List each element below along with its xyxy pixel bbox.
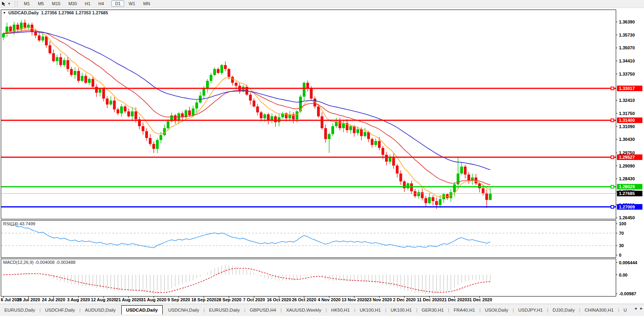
- price-tick-label: 1.28430: [619, 176, 635, 181]
- timeframe-button-m30[interactable]: M30: [65, 0, 80, 7]
- tab-usdcnh-daily[interactable]: USDCNH,Daily: [164, 305, 204, 314]
- chart-ohlc-values: 1.27356 1.27966 1.27353 1.27685: [41, 10, 108, 15]
- chart-area[interactable]: 1.363901.357301.350701.344101.337501.324…: [0, 8, 644, 304]
- date-tick-label: 23 Nov 2020: [367, 297, 392, 302]
- toolbar-grip-handle[interactable]: [15, 1, 18, 7]
- tab-usoil-daily[interactable]: USOil,Daily: [481, 305, 513, 314]
- mt4-window: ▼ M1M5M15M30H1H4D1W1MN 1.363901.357301.3…: [0, 0, 644, 316]
- price-tick-label: 1.35730: [619, 33, 635, 37]
- price-tick-label: 1.30430: [619, 137, 635, 142]
- timeframe-button-h4[interactable]: H4: [95, 0, 107, 7]
- current-price-badge-label: 1.27685: [619, 191, 635, 196]
- price-chart-canvas[interactable]: 1.363901.357301.350701.344101.337501.324…: [0, 8, 644, 304]
- tab-uk100-h1[interactable]: UK100,H1: [355, 305, 385, 314]
- date-tick-label: 26 Oct 2020: [292, 297, 316, 302]
- tab-dj30-daily[interactable]: DJ30,Daily: [548, 305, 579, 314]
- date-tick-label: 21 Dec 2020: [442, 297, 467, 302]
- rsi-indicator-label: RSI(14) 43.7499: [3, 221, 35, 226]
- date-tick-label: 16 Oct 2020: [267, 297, 291, 302]
- timeframe-button-w1[interactable]: W1: [125, 0, 139, 7]
- rsi-tick-label: 100: [619, 221, 626, 226]
- tab-gbpusd-h4[interactable]: GBPUSD,H4: [245, 305, 280, 314]
- cursor-tool-icon[interactable]: [1, 1, 6, 6]
- tab-ger30-h1[interactable]: GER30,H1: [417, 305, 448, 314]
- date-tick-label: 11 Dec 2020: [417, 297, 442, 302]
- timeframe-button-m5[interactable]: M5: [34, 0, 47, 7]
- hline-handle[interactable]: [611, 205, 614, 208]
- chart-symbol-label: USDCAD,Daily: [8, 10, 39, 15]
- macd-tick-label: 0.00: [619, 273, 627, 277]
- date-tick-label: 4 Nov 2020: [318, 297, 340, 302]
- tab-audusd-daily[interactable]: AUDUSD,Daily: [80, 305, 120, 314]
- tab-usdchf-daily[interactable]: USDCHF,Daily: [41, 305, 79, 314]
- hline-price-badge-label: 1.29527: [619, 155, 635, 160]
- hline-price-badge-label: 1.28029: [619, 184, 635, 189]
- hline-price-badge-label: 1.33017: [619, 86, 635, 91]
- hline-handle[interactable]: [611, 185, 614, 188]
- timeframe-button-m1[interactable]: M1: [20, 0, 33, 7]
- timeframe-button-h1[interactable]: H1: [81, 0, 94, 7]
- hline-price-badge-label: 1.31400: [619, 118, 635, 123]
- price-tick-label: 1.26450: [619, 215, 635, 220]
- tab-fra40-h1[interactable]: FRA40,H1: [449, 305, 479, 314]
- timeframe-button-mn[interactable]: MN: [140, 0, 154, 7]
- tab-eurusd-daily[interactable]: EURUSD,Daily: [205, 305, 244, 314]
- date-tick-label: 15 Jul 2020: [17, 297, 40, 302]
- price-tick-label: 1.29090: [619, 164, 635, 168]
- tab-hk50-h1[interactable]: HK50,H1: [327, 305, 354, 314]
- date-tick-label: 24 Jul 2020: [42, 297, 65, 302]
- hline-price-badge-label: 1.27009: [619, 205, 635, 209]
- date-tick-label: 31 Aug 2020: [141, 297, 167, 302]
- rsi-tick-label: 30: [619, 243, 624, 248]
- tab-eurusd-daily[interactable]: EURUSD,Daily: [0, 305, 39, 314]
- macd-indicator-label: MACD(12,26,9) -0.004008 -0.003488: [3, 260, 76, 265]
- date-tick-label: 2 Dec 2020: [393, 297, 416, 302]
- hline-handle[interactable]: [611, 156, 614, 158]
- rsi-tick-label: 70: [619, 231, 624, 236]
- tab-scroll-right-icon[interactable]: ►: [640, 306, 643, 310]
- date-tick-label: 28 Sep 2020: [216, 297, 241, 302]
- tab-usdjpy-h1[interactable]: USDJPY,H1: [514, 305, 547, 314]
- tab-u[interactable]: U: [619, 305, 628, 314]
- tab-uk100-h1[interactable]: UK100,H1: [386, 305, 416, 314]
- price-tick-label: 1.31750: [619, 111, 635, 116]
- date-tick-label: 3 Aug 2020: [67, 297, 90, 302]
- price-tick-label: 1.36390: [619, 20, 635, 24]
- timeframe-button-m15[interactable]: M15: [48, 0, 64, 7]
- price-tick-label: 1.34410: [619, 59, 635, 63]
- rsi-tick-label: 0: [619, 253, 621, 257]
- price-tick-label: 1.31090: [619, 124, 635, 129]
- chart-tabs: EURUSD,Daily|USDCHF,Daily|AUDUSD,Daily U…: [0, 305, 628, 314]
- macd-tick-label: -0.00987: [619, 291, 636, 296]
- hline-handle[interactable]: [611, 87, 614, 90]
- price-tick-label: 1.33750: [619, 72, 635, 76]
- price-tick-label: 1.32410: [619, 98, 635, 103]
- hline-handle[interactable]: [611, 119, 614, 122]
- price-tick-label: 1.35070: [619, 45, 635, 50]
- tab-scroll-left-icon[interactable]: ◄: [634, 306, 637, 310]
- macd-tick-label: 0.006444: [619, 260, 638, 265]
- chart-tab-bar: EURUSD,Daily|USDCHF,Daily|AUDUSD,Daily U…: [0, 304, 644, 316]
- date-tick-label: 31 Dec 2020: [467, 297, 492, 302]
- rsi-panel[interactable]: [1, 220, 616, 258]
- timeframe-button-d1[interactable]: D1: [111, 0, 124, 7]
- tab-usdcad-daily[interactable]: USDCAD,Daily: [121, 305, 163, 314]
- date-tick-label: 9 Sep 2020: [167, 297, 190, 302]
- date-tick-label: 12 Aug 2020: [91, 297, 117, 302]
- tab-xauusd-weekly[interactable]: XAUUSD,Weekly: [282, 305, 326, 314]
- date-tick-label: 18 Sep 2020: [191, 297, 216, 302]
- date-tick-label: 21 Aug 2020: [116, 297, 142, 302]
- main-price-panel[interactable]: [1, 10, 616, 219]
- timeframe-buttons: M1M5M15M30H1H4D1W1MN: [20, 1, 154, 6]
- symbol-caret-icon[interactable]: ▼: [3, 11, 6, 15]
- chart-title: ▼ USDCAD,Daily 1.27356 1.27966 1.27353 1…: [3, 10, 108, 15]
- tab-china300-h1[interactable]: CHINA300,H1: [580, 305, 618, 314]
- cursor-tool-caret-icon[interactable]: ▼: [8, 2, 11, 6]
- date-tick-label: 7 Oct 2020: [243, 297, 265, 302]
- tab-scroll-arrows: ◄ ►: [634, 306, 643, 310]
- timeframe-toolbar: ▼ M1M5M15M30H1H4D1W1MN: [0, 0, 644, 8]
- date-tick-label: 13 Nov 2020: [342, 297, 367, 302]
